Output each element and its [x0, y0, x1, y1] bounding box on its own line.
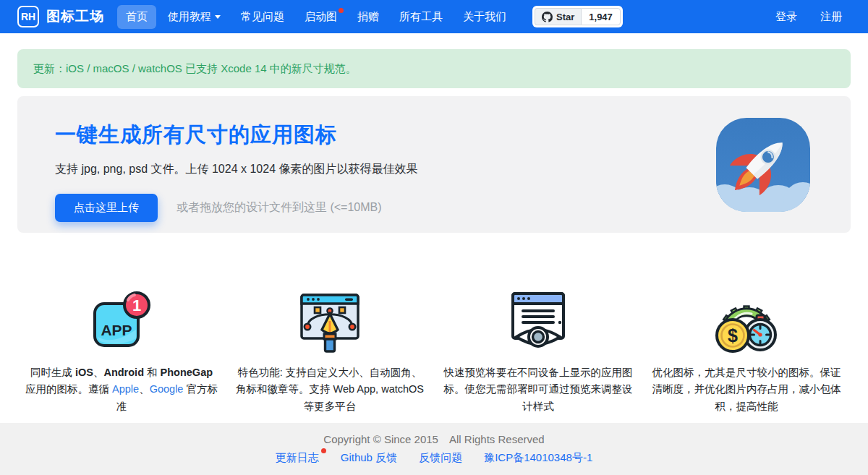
svg-text:1: 1 — [132, 296, 141, 314]
feature-custom-options: 特色功能: 支持自定义大小、自动圆角、角标和徽章等。支持 Web App, wa… — [226, 289, 434, 415]
new-badge — [339, 8, 344, 13]
upload-button[interactable]: 点击这里上传 — [55, 194, 158, 222]
page-title: 一键生成所有尺寸的应用图标 — [55, 121, 810, 150]
icp-license-link[interactable]: 豫ICP备14010348号-1 — [484, 451, 592, 465]
nav-item-launch-image-label: 启动图 — [305, 10, 337, 22]
drop-hint-text: 或者拖放您的设计文件到这里 (<=10MB) — [176, 200, 382, 215]
register-link[interactable]: 注册 — [813, 5, 849, 29]
feedback-link[interactable]: 反馈问题 — [419, 451, 462, 465]
nav-item-launch-image[interactable]: 启动图 — [296, 5, 346, 29]
chevron-down-icon — [215, 15, 221, 19]
github-feedback-link[interactable]: Github 反馈 — [341, 451, 397, 465]
feature-optimize: $ 优化图标，尤其是尺寸较小的图标。保证清晰度，并优化图片内存占用，减小包体积，… — [642, 289, 851, 415]
brand[interactable]: RH 图标工场 — [17, 6, 104, 27]
github-star-count: 1,947 — [581, 8, 621, 25]
features-row: APP 1 同时生成 iOS、Android 和 PhoneGap 应用的图标。… — [17, 289, 851, 415]
optimize-performance-icon: $ — [710, 289, 783, 356]
vector-pen-browser-icon — [294, 289, 366, 356]
preview-eye-browser-icon — [502, 289, 574, 356]
brand-name: 图标工场 — [46, 7, 104, 26]
update-alert-text: 更新：iOS / macOS / watchOS 已支持 Xcode 14 中的… — [33, 62, 357, 76]
apple-standard-link[interactable]: Apple — [112, 383, 139, 395]
svg-text:$: $ — [728, 325, 738, 346]
google-standard-link[interactable]: Google — [150, 383, 184, 395]
new-badge — [321, 448, 326, 453]
nav-item-tutorial[interactable]: 使用教程 — [159, 5, 229, 29]
feature-quick-preview: 快速预览将要在不同设备上显示的应用图标。使您无需部署即可通过预览来调整设计样式 — [434, 289, 642, 415]
nav-item-home[interactable]: 首页 — [117, 5, 156, 29]
feature-text: 快速预览将要在不同设备上显示的应用图标。使您无需部署即可通过预览来调整设计样式 — [441, 364, 635, 415]
login-link[interactable]: 登录 — [768, 5, 804, 29]
svg-text:APP: APP — [101, 322, 132, 338]
changelog-link[interactable]: 更新日志 — [276, 451, 319, 465]
nav-item-donate[interactable]: 捐赠 — [349, 5, 388, 29]
hero-subtitle: 支持 jpg, png, psd 文件。上传 1024 x 1024 像素的图片… — [55, 162, 810, 177]
rh-logo: RH — [17, 6, 39, 27]
github-icon — [542, 12, 553, 22]
feature-text: 优化图标，尤其是尺寸较小的图标。保证清晰度，并优化图片内存占用，减小包体积，提高… — [650, 364, 843, 415]
feature-text: 特色功能: 支持自定义大小、自动圆角、角标和徽章等。支持 Web App, wa… — [233, 364, 427, 415]
auth-nav: 登录 注册 — [767, 5, 851, 29]
footer-links: 更新日志 Github 反馈 反馈问题 豫ICP备14010348号-1 — [0, 451, 868, 465]
top-navbar: RH 图标工场 首页 使用教程 常见问题 启动图 捐赠 所有工具 关于我们 St… — [0, 0, 868, 33]
page-footer: Copyright © Since 2015 All Rights Reserv… — [0, 423, 868, 475]
feature-text: 同时生成 iOS、Android 和 PhoneGap 应用的图标。遵循 App… — [25, 364, 218, 415]
nav-item-faq[interactable]: 常见问题 — [232, 5, 293, 29]
github-star-button[interactable]: Star 1,947 — [532, 6, 623, 27]
copyright-text: Copyright © Since 2015 All Rights Reserv… — [0, 433, 868, 445]
main-nav: 首页 使用教程 常见问题 启动图 捐赠 所有工具 关于我们 — [116, 5, 516, 29]
nav-item-all-tools[interactable]: 所有工具 — [391, 5, 451, 29]
update-alert: 更新：iOS / macOS / watchOS 已支持 Xcode 14 中的… — [17, 49, 851, 88]
github-star-label: Star — [556, 12, 574, 22]
changelog-label: 更新日志 — [276, 451, 319, 463]
app-badge-icon: APP 1 — [85, 289, 158, 356]
nav-item-tutorial-label: 使用教程 — [168, 10, 211, 22]
rocket-app-icon — [716, 118, 810, 212]
feature-generate-icons: APP 1 同时生成 iOS、Android 和 PhoneGap 应用的图标。… — [17, 289, 226, 415]
upload-hero-card: 一键生成所有尺寸的应用图标 支持 jpg, png, psd 文件。上传 102… — [17, 96, 851, 233]
nav-item-about[interactable]: 关于我们 — [454, 5, 515, 29]
